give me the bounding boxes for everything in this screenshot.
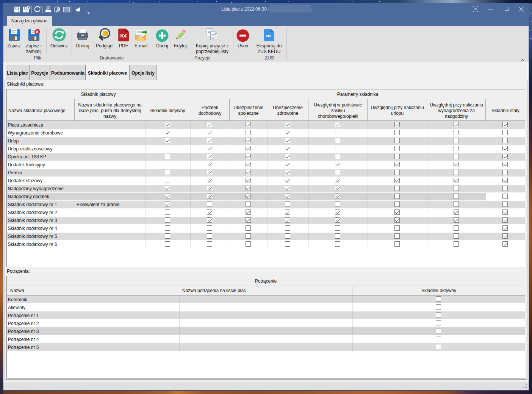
- svg-text:PDF: PDF: [119, 34, 127, 38]
- svg-text:XML: XML: [266, 34, 272, 38]
- svg-text:PDF: PDF: [64, 8, 69, 11]
